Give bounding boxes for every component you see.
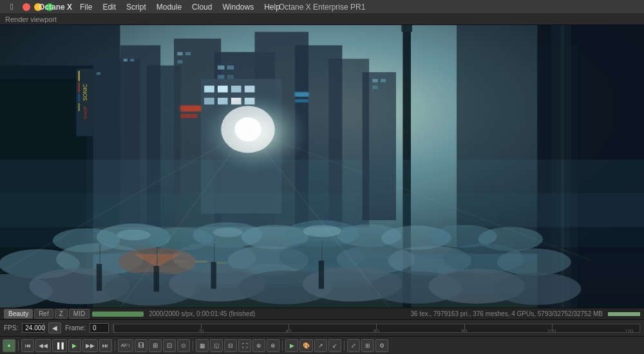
frame-label: Frame: bbox=[65, 324, 86, 331]
svg-rect-27 bbox=[245, 86, 255, 92]
pause-btn[interactable]: ▐▐ bbox=[52, 339, 67, 352]
channel-tab-mid[interactable]: MID bbox=[69, 309, 90, 319]
svg-rect-110 bbox=[372, 86, 377, 89]
svg-rect-28 bbox=[204, 98, 214, 104]
color-btn[interactable]: 🎨 bbox=[299, 339, 313, 352]
close-button[interactable] bbox=[23, 3, 30, 11]
channel-tab-ref[interactable]: Ref bbox=[34, 309, 53, 319]
ruler-label-60: 60 bbox=[374, 328, 379, 333]
svg-rect-25 bbox=[218, 86, 228, 92]
svg-rect-107 bbox=[363, 72, 396, 220]
render-mode-btn[interactable]: ● bbox=[3, 339, 15, 352]
focus-btn[interactable]: ⊙ bbox=[177, 339, 190, 352]
fps-down-btn[interactable]: ◀ bbox=[48, 322, 61, 333]
render-viewport[interactable]: SONIC SHOP bbox=[0, 25, 644, 308]
view-btn-2[interactable]: ◱ bbox=[210, 339, 223, 352]
af-btn[interactable]: AF↕ bbox=[118, 339, 133, 352]
export-btn[interactable]: ↗ bbox=[314, 339, 327, 352]
window-title: Octane X Enterprise PR1 bbox=[279, 3, 366, 12]
menu-module[interactable]: Module bbox=[151, 0, 187, 14]
status-left: Beauty Ref Z MID 2000/2000 s/px, 0:00:01… bbox=[4, 309, 255, 319]
svg-rect-17 bbox=[185, 52, 191, 55]
timeline-ruler[interactable]: 0 20 40 60 80 100 120 bbox=[113, 324, 640, 333]
menu-script[interactable]: Script bbox=[121, 0, 151, 14]
fps-label: FPS: bbox=[4, 324, 18, 331]
separator-4 bbox=[282, 340, 283, 351]
region-icon-btn[interactable]: ⊡ bbox=[163, 339, 176, 352]
viewport-label: Render viewport bbox=[0, 14, 644, 25]
ruler-tick-120 bbox=[639, 324, 640, 330]
menu-edit[interactable]: Edit bbox=[97, 0, 121, 14]
svg-rect-12 bbox=[97, 72, 100, 75]
view-btn-1[interactable]: ▦ bbox=[196, 339, 209, 352]
app-name[interactable]: Octane X bbox=[39, 3, 72, 12]
separator-5 bbox=[344, 340, 345, 351]
ruler-label-20: 20 bbox=[198, 328, 204, 333]
svg-rect-21 bbox=[218, 75, 224, 79]
settings-btn[interactable]: ⚙ bbox=[375, 339, 388, 352]
channel-tab-beauty[interactable]: Beauty bbox=[4, 309, 33, 319]
gpu-status-text: 36 tex., 7979163 pri., 376 meshes, 4 GPU… bbox=[410, 310, 603, 317]
svg-rect-16 bbox=[177, 52, 182, 55]
svg-rect-20 bbox=[227, 66, 234, 70]
channel-tabs: Beauty Ref Z MID bbox=[4, 309, 90, 319]
status-right: 36 tex., 7979163 pri., 376 meshes, 4 GPU… bbox=[410, 310, 640, 317]
ruler-label-40: 40 bbox=[286, 328, 292, 333]
svg-rect-24 bbox=[204, 86, 214, 92]
svg-rect-54 bbox=[401, 25, 412, 32]
ruler-label-100: 100 bbox=[547, 328, 556, 333]
memory-bar bbox=[608, 312, 640, 316]
view-btn-5[interactable]: ⊕ bbox=[252, 339, 265, 352]
fit-btn[interactable]: ⤢ bbox=[347, 339, 360, 352]
menu-bar: Octane X File Edit Script Module Cloud W… bbox=[39, 0, 285, 14]
svg-rect-105 bbox=[295, 93, 308, 97]
skip-end-btn[interactable]: ⏭ bbox=[99, 339, 112, 352]
grid-icon-btn[interactable]: ⊞ bbox=[149, 339, 162, 352]
svg-rect-94 bbox=[154, 266, 159, 292]
separator-2 bbox=[115, 340, 115, 351]
view-btn-3[interactable]: ⊟ bbox=[224, 339, 237, 352]
menu-file[interactable]: File bbox=[75, 0, 97, 14]
apple-icon[interactable]:  bbox=[5, 2, 19, 12]
svg-rect-104 bbox=[181, 114, 198, 118]
frame-input[interactable]: 0 bbox=[90, 323, 109, 333]
svg-rect-106 bbox=[295, 99, 308, 102]
memory-bar-fill bbox=[608, 312, 640, 316]
channel-tab-z[interactable]: Z bbox=[55, 309, 68, 319]
view-btn-4[interactable]: ⛶ bbox=[238, 339, 251, 352]
svg-text:SHOP: SHOP bbox=[82, 106, 88, 119]
view-btn-6[interactable]: ⊗ bbox=[267, 339, 279, 352]
import-btn[interactable]: ↙ bbox=[328, 339, 341, 352]
svg-rect-98 bbox=[0, 193, 644, 247]
render-btn-2[interactable]: ▶ bbox=[285, 339, 298, 352]
zoom-btn[interactable]: ⊞ bbox=[361, 339, 374, 352]
svg-rect-109 bbox=[381, 79, 386, 82]
next-btn[interactable]: ▶▶ bbox=[82, 339, 98, 352]
svg-rect-95 bbox=[211, 262, 216, 289]
svg-rect-103 bbox=[181, 106, 201, 111]
svg-text:SONIC: SONIC bbox=[82, 84, 88, 100]
fps-value[interactable]: 24.000 bbox=[22, 323, 44, 333]
play-btn[interactable]: ▶ bbox=[68, 339, 81, 352]
separator-1 bbox=[18, 340, 19, 351]
svg-rect-18 bbox=[177, 60, 182, 63]
menu-cloud[interactable]: Cloud bbox=[187, 0, 217, 14]
ruler-label-80: 80 bbox=[461, 328, 467, 333]
svg-rect-96 bbox=[319, 261, 324, 289]
menu-help[interactable]: Help bbox=[259, 0, 285, 14]
camera-icon-btn[interactable]: 🎞 bbox=[135, 339, 147, 352]
skip-start-btn[interactable]: ⏮ bbox=[21, 339, 34, 352]
menu-windows[interactable]: Windows bbox=[217, 0, 259, 14]
toolbar-row: ● ⏮ ◀◀ ▐▐ ▶ ▶▶ ⏭ AF↕ 🎞 ⊞ ⊡ ⊙ ▦ ◱ ⊟ ⛶ ⊕ ⊗… bbox=[0, 336, 644, 354]
svg-rect-14 bbox=[124, 59, 128, 61]
svg-rect-26 bbox=[231, 86, 242, 92]
svg-rect-15 bbox=[130, 59, 134, 61]
prev-btn[interactable]: ◀◀ bbox=[35, 339, 51, 352]
controls-bar: FPS: 24.000 ◀ Frame: 0 0 20 40 60 80 100… bbox=[0, 319, 644, 336]
render-progress-fill bbox=[92, 312, 144, 317]
render-progress-container bbox=[92, 312, 144, 317]
render-scene: SONIC SHOP bbox=[0, 25, 644, 308]
ruler-label-0: 0 bbox=[113, 328, 115, 333]
render-status-text: 2000/2000 s/px, 0:00:01:45 (finished) bbox=[149, 310, 255, 317]
svg-rect-93 bbox=[97, 264, 102, 291]
